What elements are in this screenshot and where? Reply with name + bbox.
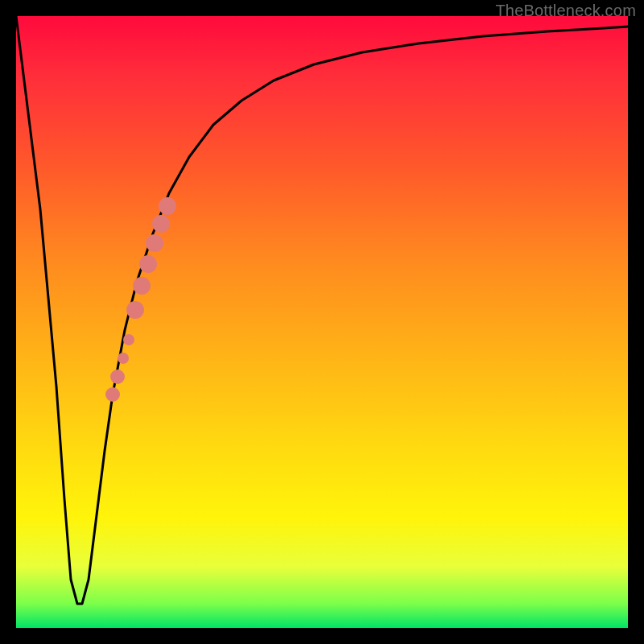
curve-layer bbox=[16, 16, 628, 628]
plot-area bbox=[16, 16, 628, 628]
highlight-dot bbox=[139, 255, 157, 273]
attribution-text: TheBottleneck.com bbox=[495, 2, 636, 20]
highlight-dot bbox=[159, 197, 176, 215]
highlighted-dots bbox=[105, 197, 176, 402]
highlight-dot bbox=[152, 215, 170, 233]
highlight-dot bbox=[126, 301, 144, 319]
bottleneck-curve bbox=[16, 16, 628, 604]
chart-frame: TheBottleneck.com bbox=[0, 0, 644, 644]
highlight-dot bbox=[118, 353, 129, 364]
highlight-dot bbox=[133, 277, 151, 295]
highlight-dot bbox=[110, 369, 125, 384]
highlight-dot bbox=[123, 334, 134, 345]
highlight-dot bbox=[105, 387, 120, 402]
highlight-dot bbox=[146, 234, 163, 252]
